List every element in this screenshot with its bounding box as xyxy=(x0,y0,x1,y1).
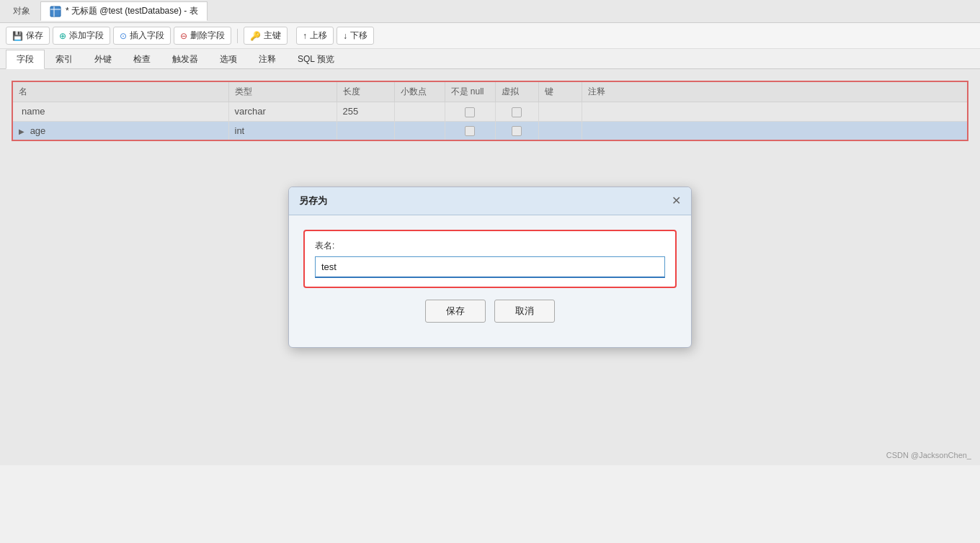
move-up-label: 上移 xyxy=(310,30,327,42)
svg-rect-0 xyxy=(50,6,61,17)
toolbar-separator xyxy=(237,29,238,43)
primary-key-label: 主键 xyxy=(264,30,281,42)
insert-field-button[interactable]: ⊙ 插入字段 xyxy=(113,27,171,45)
toolbar: 💾 保存 ⊕ 添加字段 ⊙ 插入字段 ⊖ 删除字段 🔑 主键 ↑ 上移 ↓ 下移 xyxy=(0,23,980,49)
dialog-save-button[interactable]: 保存 xyxy=(425,300,486,323)
key-icon: 🔑 xyxy=(250,31,261,41)
tab-active-label: * 无标题 @test (testDatabase) - 表 xyxy=(66,5,198,17)
arrow-up-icon: ↑ xyxy=(303,31,307,41)
arrow-down-icon: ↓ xyxy=(343,31,347,41)
table-icon xyxy=(50,6,61,17)
main-content: 名 类型 长度 小数点 不是 null 虚拟 键 注释 name xyxy=(0,69,980,465)
table-name-label: 表名: xyxy=(315,240,665,252)
tab-obj[interactable]: 对象 xyxy=(6,2,37,20)
move-down-button[interactable]: ↓ 下移 xyxy=(337,27,374,45)
save-button[interactable]: 💾 保存 xyxy=(6,27,50,45)
nav-tabs: 字段 索引 外键 检查 触发器 选项 注释 SQL 预览 xyxy=(0,49,980,69)
add-icon: ⊕ xyxy=(59,31,66,41)
tab-foreignkey[interactable]: 外键 xyxy=(84,50,122,68)
dialog-title-bar: 另存为 ✕ xyxy=(289,187,691,215)
dialog-field-group: 表名: xyxy=(303,230,677,288)
tab-index[interactable]: 索引 xyxy=(45,50,84,68)
dialog-close-button[interactable]: ✕ xyxy=(672,195,681,207)
add-field-button[interactable]: ⊕ 添加字段 xyxy=(53,27,110,45)
move-up-button[interactable]: ↑ 上移 xyxy=(296,27,334,45)
toolbar-nav: ↑ 上移 ↓ 下移 xyxy=(296,27,374,45)
primary-key-button[interactable]: 🔑 主键 xyxy=(244,27,288,45)
insert-icon: ⊙ xyxy=(120,31,127,41)
insert-field-label: 插入字段 xyxy=(130,30,164,42)
table-name-input[interactable] xyxy=(315,256,665,278)
delete-field-button[interactable]: ⊖ 删除字段 xyxy=(174,27,231,45)
save-label: 保存 xyxy=(26,30,43,42)
delete-icon: ⊖ xyxy=(180,31,187,41)
tab-trigger[interactable]: 触发器 xyxy=(161,50,209,68)
dialog-footer: 保存 取消 xyxy=(303,300,677,336)
tab-bar: 对象 * 无标题 @test (testDatabase) - 表 xyxy=(0,0,980,23)
dialog-title: 另存为 xyxy=(299,194,327,207)
dialog-body: 表名: 保存 取消 xyxy=(289,215,691,347)
delete-field-label: 删除字段 xyxy=(190,30,225,42)
dialog-cancel-button[interactable]: 取消 xyxy=(494,300,555,323)
tab-fields[interactable]: 字段 xyxy=(6,50,45,69)
add-field-label: 添加字段 xyxy=(69,30,104,42)
save-as-dialog: 另存为 ✕ 表名: 保存 取消 xyxy=(288,187,692,348)
save-icon: 💾 xyxy=(12,31,23,41)
move-down-label: 下移 xyxy=(350,30,368,42)
dialog-overlay: 另存为 ✕ 表名: 保存 取消 xyxy=(0,69,980,465)
tab-active[interactable]: * 无标题 @test (testDatabase) - 表 xyxy=(40,1,208,21)
tab-check[interactable]: 检查 xyxy=(122,50,161,68)
tab-comment[interactable]: 注释 xyxy=(248,50,287,68)
tab-options[interactable]: 选项 xyxy=(209,50,248,68)
tab-sqlpreview[interactable]: SQL 预览 xyxy=(287,50,345,68)
